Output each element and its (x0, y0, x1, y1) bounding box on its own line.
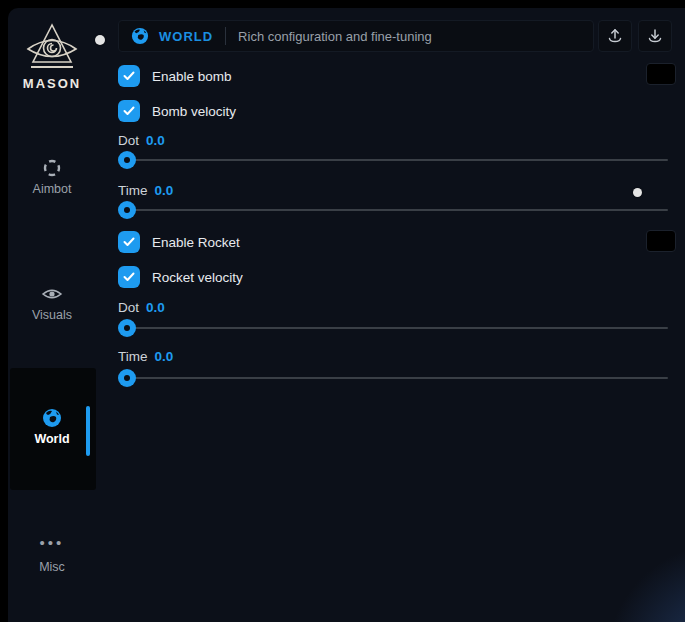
toggle-label: Enable Rocket (152, 235, 240, 250)
globe-icon (8, 408, 96, 428)
toggle-enable-bomb[interactable]: Enable bomb (118, 65, 232, 87)
upload-icon (607, 28, 623, 44)
sidebar-item-label: Misc (8, 560, 96, 574)
toggle-rocket-velocity[interactable]: Rocket velocity (118, 266, 243, 288)
sidebar-item-label: World (8, 432, 96, 446)
download-config-button[interactable] (638, 20, 672, 52)
sidebar-item-label: Aimbot (8, 182, 96, 196)
upload-config-button[interactable] (598, 20, 632, 52)
active-indicator-bar (86, 406, 90, 456)
checkbox-checked-icon[interactable] (118, 231, 140, 253)
sidebar-item-world[interactable]: World (8, 408, 96, 446)
toggle-label: Bomb velocity (152, 104, 236, 119)
ellipsis-icon: ••• (8, 536, 96, 556)
brand-name: MASON (8, 76, 96, 91)
checkbox-checked-icon[interactable] (118, 266, 140, 288)
slider-dot-thumb[interactable] (118, 151, 136, 169)
checkbox-checked-icon[interactable] (118, 65, 140, 87)
crosshair-icon (8, 158, 96, 178)
header-divider (225, 27, 226, 45)
slider-name: Time (118, 183, 148, 198)
sidebar-item-aimbot[interactable]: Aimbot (8, 158, 96, 196)
brand-logo: MASON (8, 22, 96, 91)
download-icon (647, 28, 663, 44)
page-title: WORLD (159, 29, 213, 44)
slider-label-time: Time0.0 (118, 183, 173, 198)
toggle-label: Rocket velocity (152, 270, 243, 285)
toggle-label: Enable bomb (152, 69, 232, 84)
sidebar: MASON Aimbot Visuals (8, 8, 108, 622)
sidebar-item-label: Visuals (8, 308, 96, 322)
sidebar-item-visuals[interactable]: Visuals (8, 284, 96, 322)
app-window: MASON Aimbot Visuals (8, 8, 685, 622)
pyramid-eye-icon (8, 22, 96, 74)
rocket-color-swatch[interactable] (646, 230, 676, 252)
slider-time-thumb[interactable] (118, 201, 136, 219)
slider-name: Dot (118, 133, 139, 148)
slider-label-time: Time0.0 (118, 349, 173, 364)
slider-value: 0.0 (155, 349, 174, 364)
slider-time-track[interactable] (120, 209, 668, 211)
toggle-enable-rocket[interactable]: Enable Rocket (118, 231, 240, 253)
sidebar-item-misc[interactable]: ••• Misc (8, 536, 96, 574)
slider-name: Dot (118, 300, 139, 315)
slider-label-dot: Dot0.0 (118, 300, 165, 315)
page-subtitle: Rich configuration and fine-tuning (238, 29, 432, 44)
cursor-dot (95, 35, 105, 45)
bomb-color-swatch[interactable] (646, 63, 676, 85)
slider-value: 0.0 (155, 183, 174, 198)
page-header: WORLD Rich configuration and fine-tuning (118, 20, 594, 52)
globe-icon (131, 27, 149, 45)
cursor-dot (633, 188, 642, 197)
slider-dot-track[interactable] (120, 159, 668, 161)
slider-time-thumb[interactable] (118, 369, 136, 387)
slider-value: 0.0 (146, 133, 165, 148)
slider-time-track[interactable] (120, 377, 668, 379)
slider-value: 0.0 (146, 300, 165, 315)
checkbox-checked-icon[interactable] (118, 100, 140, 122)
slider-dot-track[interactable] (120, 327, 668, 329)
slider-dot-thumb[interactable] (118, 319, 136, 337)
toggle-bomb-velocity[interactable]: Bomb velocity (118, 100, 236, 122)
slider-label-dot: Dot0.0 (118, 133, 165, 148)
slider-name: Time (118, 349, 148, 364)
eye-icon (8, 284, 96, 304)
